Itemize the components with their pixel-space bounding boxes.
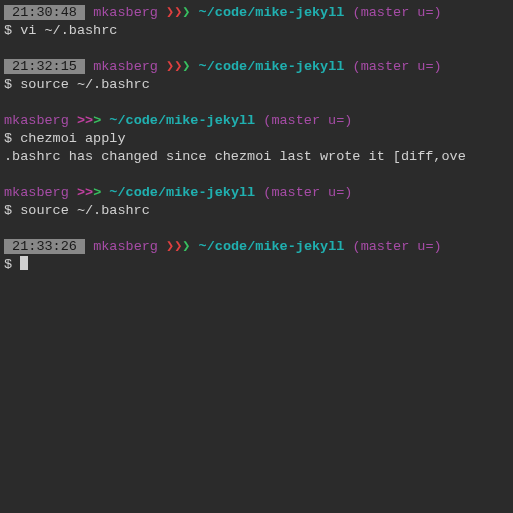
branch-open: ( bbox=[353, 5, 361, 20]
branch-close: ) bbox=[434, 59, 442, 74]
prompt-separator: > bbox=[93, 185, 101, 200]
blank-line bbox=[0, 220, 513, 238]
prompt-separator: > bbox=[77, 185, 85, 200]
prompt-line: 21:32:15 mkasberg ❯❯❯ ~/code/mike-jekyll… bbox=[0, 58, 513, 76]
command-text[interactable]: chezmoi apply bbox=[20, 131, 125, 146]
cwd-path: ~/code/mike-jekyll bbox=[199, 239, 345, 254]
branch-close: ) bbox=[344, 113, 352, 128]
timestamp: 21:33:26 bbox=[4, 239, 85, 254]
timestamp: 21:30:48 bbox=[4, 5, 85, 20]
timestamp: 21:32:15 bbox=[4, 59, 85, 74]
branch-open: ( bbox=[353, 239, 361, 254]
prompt-separator: > bbox=[85, 185, 93, 200]
prompt-dollar: $ bbox=[4, 131, 20, 146]
git-branch: master u= bbox=[361, 5, 434, 20]
cwd-path: ~/code/mike-jekyll bbox=[109, 113, 255, 128]
command-line[interactable]: $ chezmoi apply bbox=[0, 130, 513, 148]
blank-line bbox=[0, 40, 513, 58]
prompt-dollar: $ bbox=[4, 23, 20, 38]
blank-line bbox=[0, 166, 513, 184]
prompt-separator: ❯ bbox=[182, 239, 190, 254]
username: mkasberg bbox=[93, 239, 158, 254]
prompt-separator: ❯ bbox=[166, 239, 174, 254]
prompt-separator: > bbox=[93, 113, 101, 128]
cwd-path: ~/code/mike-jekyll bbox=[109, 185, 255, 200]
branch-close: ) bbox=[344, 185, 352, 200]
prompt-separator: > bbox=[77, 113, 85, 128]
prompt-line: mkasberg >>> ~/code/mike-jekyll (master … bbox=[0, 184, 513, 202]
command-text[interactable]: vi ~/.bashrc bbox=[20, 23, 117, 38]
terminal[interactable]: 21:30:48 mkasberg ❯❯❯ ~/code/mike-jekyll… bbox=[0, 4, 513, 274]
git-branch: master u= bbox=[271, 185, 344, 200]
git-branch: master u= bbox=[361, 59, 434, 74]
prompt-separator: > bbox=[85, 113, 93, 128]
prompt-separator: ❯ bbox=[182, 5, 190, 20]
cwd-path: ~/code/mike-jekyll bbox=[199, 59, 345, 74]
command-text[interactable]: source ~/.bashrc bbox=[20, 203, 150, 218]
prompt-dollar: $ bbox=[4, 257, 20, 272]
prompt-line: mkasberg >>> ~/code/mike-jekyll (master … bbox=[0, 112, 513, 130]
prompt-dollar: $ bbox=[4, 203, 20, 218]
command-line[interactable]: $ source ~/.bashrc bbox=[0, 76, 513, 94]
username: mkasberg bbox=[4, 185, 69, 200]
branch-open: ( bbox=[353, 59, 361, 74]
prompt-separator: ❯ bbox=[182, 59, 190, 74]
prompt-line: 21:33:26 mkasberg ❯❯❯ ~/code/mike-jekyll… bbox=[0, 238, 513, 256]
prompt-separator: ❯ bbox=[166, 59, 174, 74]
git-branch: master u= bbox=[271, 113, 344, 128]
username: mkasberg bbox=[93, 5, 158, 20]
prompt-dollar: $ bbox=[4, 77, 20, 92]
command-line[interactable]: $ source ~/.bashrc bbox=[0, 202, 513, 220]
output-line: .bashrc has changed since chezmoi last w… bbox=[0, 148, 513, 166]
command-text[interactable]: source ~/.bashrc bbox=[20, 77, 150, 92]
command-line[interactable]: $ bbox=[0, 256, 513, 274]
git-branch: master u= bbox=[361, 239, 434, 254]
prompt-separator: ❯ bbox=[166, 5, 174, 20]
command-line[interactable]: $ vi ~/.bashrc bbox=[0, 22, 513, 40]
username: mkasberg bbox=[93, 59, 158, 74]
branch-close: ) bbox=[434, 239, 442, 254]
branch-close: ) bbox=[434, 5, 442, 20]
cursor bbox=[20, 256, 28, 270]
blank-line bbox=[0, 94, 513, 112]
username: mkasberg bbox=[4, 113, 69, 128]
prompt-line: 21:30:48 mkasberg ❯❯❯ ~/code/mike-jekyll… bbox=[0, 4, 513, 22]
cwd-path: ~/code/mike-jekyll bbox=[199, 5, 345, 20]
